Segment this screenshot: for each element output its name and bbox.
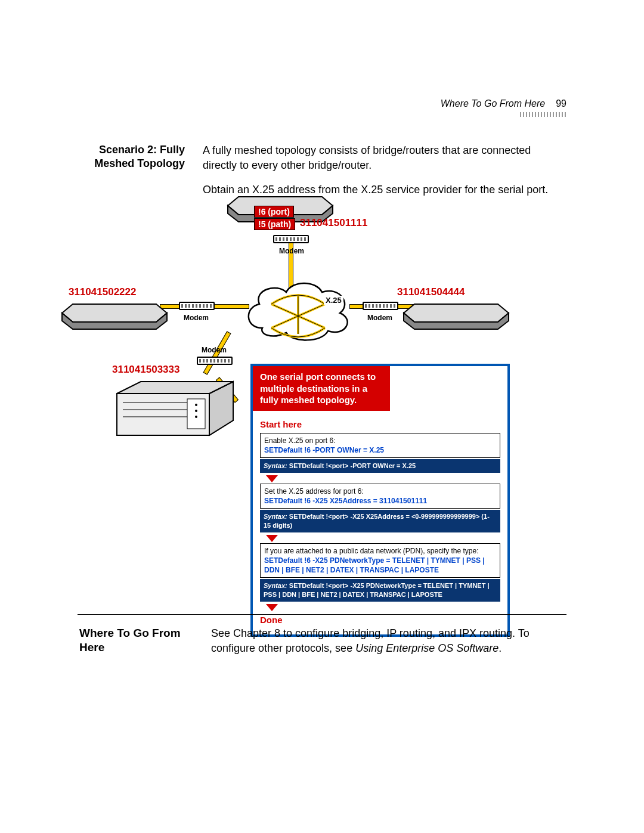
svg-point-15 <box>195 416 197 418</box>
modem-bottom <box>197 357 233 365</box>
modem-label-right: Modem <box>367 314 392 322</box>
footer-section: Where To Go From Here See Chapter 8 to c… <box>79 626 568 656</box>
section-rule <box>78 614 566 615</box>
callout-body: Start here Enable X.25 on port 6: SETDef… <box>253 411 507 635</box>
address-top: 311041501111 <box>300 217 367 229</box>
start-here-label: Start here <box>260 419 500 429</box>
svg-point-14 <box>195 410 197 412</box>
done-label: Done <box>260 615 500 625</box>
svg-rect-12 <box>187 399 205 429</box>
chevron-down-icon <box>266 535 278 542</box>
router-right <box>402 298 510 330</box>
step-3-command: SETDefault !6 -X25 PDNetworkType = TELEN… <box>264 556 496 575</box>
syntax-label-1: Syntax: <box>264 462 287 469</box>
svg-point-13 <box>195 404 197 406</box>
step-2-command: SETDefault !6 -X25 X25Address = 31104150… <box>264 496 496 506</box>
footer-body-post: . <box>499 642 501 654</box>
syntax-3: Syntax: SETDefault !<port> -X25 PDNetwor… <box>260 579 500 602</box>
chassis-bottom <box>111 379 242 447</box>
topology-diagram: !6 (port) !5 (path) 311041501111 Modem 3… <box>78 191 566 614</box>
step-2: Set the X.25 address for port 6: SETDefa… <box>260 484 500 509</box>
step-2-text: Set the X.25 address for port 6: <box>264 487 496 496</box>
x25-cloud <box>239 274 358 346</box>
svg-marker-4 <box>404 304 509 322</box>
address-right: 311041504444 <box>397 286 465 298</box>
syntax-1-text: SETDefault !<port> -PORT OWNer = X.25 <box>289 462 416 469</box>
svg-marker-2 <box>62 304 167 322</box>
syntax-3-text: SETDefault !<port> -X25 PDNetworkType = … <box>264 582 490 598</box>
syntax-2-text: SETDefault !<port> -X25 X25Address = <0-… <box>264 513 490 529</box>
chevron-down-icon <box>266 604 278 611</box>
address-bottom: 311041503333 <box>112 364 179 376</box>
path-label: !5 (path) <box>254 218 295 230</box>
modem-left <box>179 302 215 310</box>
modem-top <box>273 235 309 243</box>
footer-body-ital: Using Enterprise OS Software <box>355 642 499 654</box>
step-1-text: Enable X.25 on port 6: <box>264 436 496 445</box>
syntax-label-2: Syntax: <box>264 513 287 520</box>
step-3: If you are attached to a public data net… <box>260 543 500 578</box>
chevron-down-icon <box>266 475 278 482</box>
footer-body: See Chapter 8 to configure bridging, IP … <box>211 626 568 656</box>
modem-right <box>363 302 398 310</box>
step-3-text: If you are attached to a public data net… <box>264 546 496 556</box>
port-label: !6 (port) <box>254 206 294 218</box>
step-1: Enable X.25 on port 6: SETDefault !6 -PO… <box>260 433 500 458</box>
modem-label-left: Modem <box>184 314 209 322</box>
footer-title: Where To Go From Here <box>79 626 196 656</box>
modem-label-bottom: Modem <box>202 346 227 354</box>
syntax-label-3: Syntax: <box>264 582 287 589</box>
step-1-command: SETDefault !6 -PORT OWNer = X.25 <box>264 445 496 455</box>
scenario-para-1: A fully meshed topology consists of brid… <box>203 143 566 173</box>
address-left: 311041502222 <box>69 286 136 298</box>
cloud-label: X.25 <box>324 296 343 305</box>
modem-label-top: Modem <box>279 247 304 255</box>
syntax-1: Syntax: SETDefault !<port> -PORT OWNer =… <box>260 459 500 473</box>
instruction-callout: One serial port connects to multiple des… <box>250 364 510 637</box>
router-left <box>61 298 168 330</box>
callout-header: One serial port connects to multiple des… <box>253 366 390 411</box>
syntax-2: Syntax: SETDefault !<port> -X25 X25Addre… <box>260 510 500 532</box>
